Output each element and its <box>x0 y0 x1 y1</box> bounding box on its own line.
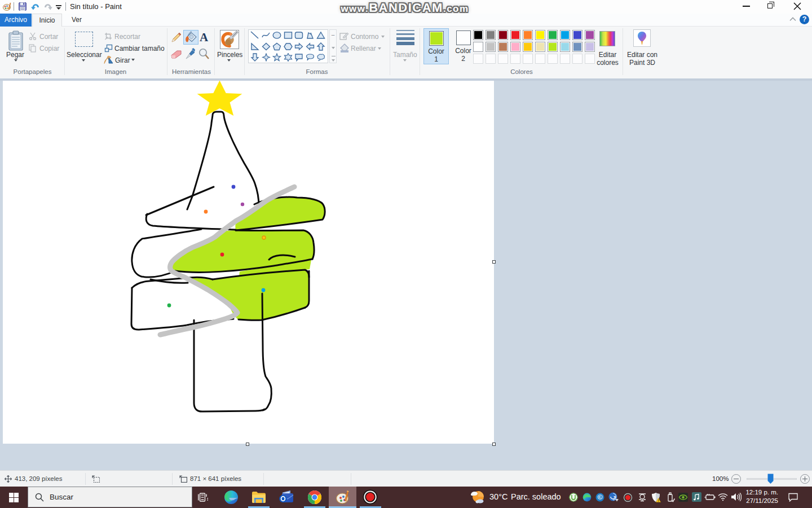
svg-text:©: © <box>597 493 603 501</box>
svg-text:!: ! <box>658 499 659 502</box>
